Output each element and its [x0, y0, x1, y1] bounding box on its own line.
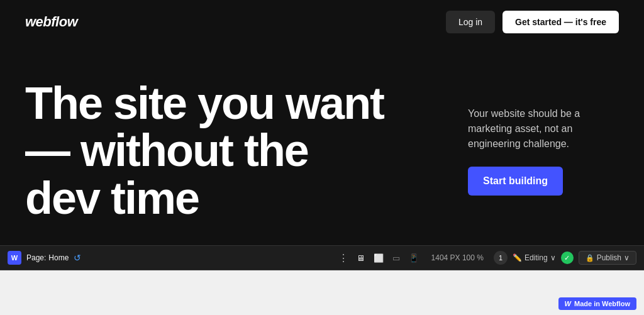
device-icons: 🖥 ⬜ ▭ 📱	[354, 252, 421, 264]
login-button[interactable]: Log in	[446, 11, 495, 33]
page-label-text: Page:	[26, 253, 46, 262]
hero-subtext: Your website should be a marketing asset…	[468, 106, 606, 152]
editing-label: Editing	[525, 253, 548, 262]
publish-button[interactable]: 🔒 Publish ∨	[579, 251, 636, 265]
preview-strip	[0, 270, 644, 315]
notifications-badge[interactable]: 1	[494, 251, 508, 265]
start-building-button[interactable]: Start building	[468, 167, 563, 196]
desktop-icon[interactable]: 🖥	[354, 252, 367, 264]
hero-headline: The site you want — without the dev time	[25, 80, 390, 223]
hero-section: The site you want — without the dev time…	[0, 44, 644, 245]
editing-chevron-icon: ∨	[550, 253, 556, 262]
hero-left: The site you want — without the dev time	[25, 80, 443, 223]
navbar: webflow Log in Get started — it's free	[0, 0, 644, 44]
logo: webflow	[25, 14, 77, 30]
made-in-label: Made in Webflow	[574, 300, 630, 307]
webflow-logo-small: W	[565, 300, 571, 307]
more-options-icon[interactable]: ⋮	[338, 252, 349, 264]
publish-chevron-icon: ∨	[624, 253, 630, 262]
nav-actions: Log in Get started — it's free	[446, 11, 619, 33]
page-label: Page: Home	[26, 253, 69, 262]
refresh-icon[interactable]: ↺	[74, 253, 81, 263]
tablet-portrait-icon[interactable]: ▭	[390, 252, 402, 264]
mobile-icon[interactable]: 📱	[406, 252, 421, 264]
pencil-icon: ✏️	[513, 253, 522, 262]
get-started-button[interactable]: Get started — it's free	[502, 11, 619, 33]
editor-bar: W Page: Home ↺ ⋮ 🖥 ⬜ ▭ 📱 1404 PX 100 % 1…	[0, 245, 644, 270]
editing-mode-button[interactable]: ✏️ Editing ∨	[513, 253, 556, 262]
page-wrapper: webflow Log in Get started — it's free T…	[0, 0, 644, 315]
hero-right: Your website should be a marketing asset…	[468, 106, 619, 196]
green-check-icon: ✓	[561, 251, 574, 264]
webflow-w-icon: W	[8, 251, 21, 265]
page-name[interactable]: Home	[48, 253, 69, 262]
made-in-webflow-badge[interactable]: W Made in Webflow	[558, 297, 636, 310]
lock-icon: 🔒	[586, 254, 594, 262]
px-info: 1404 PX 100 %	[431, 253, 484, 262]
publish-label: Publish	[597, 253, 621, 262]
tablet-landscape-icon[interactable]: ⬜	[371, 252, 386, 264]
